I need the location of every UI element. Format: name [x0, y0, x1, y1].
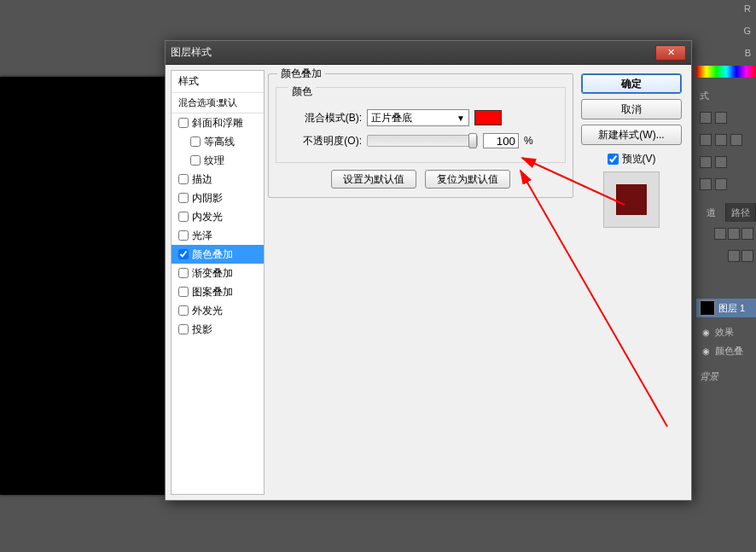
tool-icon[interactable] — [741, 250, 753, 262]
style-item[interactable]: 斜面和浮雕 — [172, 113, 264, 132]
style-item[interactable]: 等高线 — [172, 132, 264, 151]
style-checkbox[interactable] — [178, 174, 189, 184]
color-subgroup: 颜色 混合模式(B): 正片叠底 ▼ 不透明度(O): — [276, 87, 566, 163]
panel-iconrow — [696, 247, 756, 264]
set-default-button[interactable]: 设置为默认值 — [331, 170, 416, 189]
style-checkbox[interactable] — [178, 230, 189, 241]
dialog-title: 图层样式 — [171, 45, 655, 60]
tool-icon[interactable] — [715, 178, 727, 190]
slider-thumb[interactable] — [468, 133, 477, 148]
blend-options-default[interactable]: 混合选项:默认 — [172, 93, 264, 113]
ok-button[interactable]: 确定 — [581, 73, 682, 94]
style-item[interactable]: 投影 — [172, 320, 264, 339]
style-item[interactable]: 图案叠加 — [172, 282, 264, 301]
blend-mode-label: 混合模式(B): — [283, 111, 362, 125]
style-label: 外发光 — [192, 304, 223, 318]
chevron-down-icon: ▼ — [457, 113, 465, 123]
opacity-unit: % — [524, 135, 533, 147]
tool-icon[interactable] — [728, 228, 740, 240]
layer-style-dialog: 图层样式 ✕ 样式 混合选项:默认 斜面和浮雕等高线纹理描边内阴影内发光光泽颜色… — [165, 40, 692, 501]
close-button[interactable]: ✕ — [655, 45, 686, 61]
new-style-button[interactable]: 新建样式(W)... — [581, 125, 682, 145]
style-item[interactable]: 纹理 — [172, 151, 264, 170]
tool-icon[interactable] — [700, 178, 712, 190]
close-icon: ✕ — [667, 47, 675, 58]
preview-checkbox[interactable] — [608, 154, 619, 165]
style-label: 投影 — [192, 322, 212, 337]
effect-label: 颜色叠 — [715, 345, 743, 357]
blend-mode-dropdown[interactable]: 正片叠底 ▼ — [367, 109, 469, 126]
style-item[interactable]: 渐变叠加 — [172, 264, 264, 282]
style-label: 等高线 — [204, 135, 235, 149]
style-checkbox[interactable] — [178, 287, 189, 297]
tool-icon[interactable] — [700, 156, 712, 168]
style-checkbox[interactable] — [178, 249, 189, 259]
group-legend: 颜色叠加 — [277, 67, 325, 81]
tool-icon[interactable] — [715, 134, 727, 146]
style-item[interactable]: 描边 — [172, 170, 264, 189]
layer-effect-item[interactable]: 颜色叠 — [696, 341, 756, 360]
style-label: 渐变叠加 — [192, 266, 233, 281]
dialog-actions: 确定 取消 新建样式(W)... 预览(V) — [577, 70, 686, 495]
layer-row-selected[interactable]: 图层 1 — [696, 299, 756, 317]
style-checkbox[interactable] — [178, 118, 189, 128]
style-label: 光泽 — [192, 229, 212, 243]
default-buttons-row: 设置为默认值 复位为默认值 — [269, 170, 573, 189]
style-checkbox[interactable] — [178, 268, 189, 278]
style-checkbox[interactable] — [190, 155, 201, 166]
tool-icon[interactable] — [715, 112, 727, 124]
blend-mode-row: 混合模式(B): 正片叠底 ▼ — [283, 109, 558, 126]
opacity-slider[interactable] — [367, 135, 478, 147]
style-item[interactable]: 内发光 — [172, 207, 264, 226]
style-item[interactable]: 颜色叠加 — [172, 245, 264, 264]
tool-icon[interactable] — [728, 250, 740, 262]
tool-icon[interactable] — [715, 156, 727, 168]
tab-channels[interactable]: 道 — [696, 203, 726, 222]
dialog-titlebar[interactable]: 图层样式 ✕ — [166, 41, 691, 65]
visibility-icon[interactable] — [700, 326, 712, 338]
style-checkbox[interactable] — [178, 193, 189, 203]
style-label: 描边 — [192, 172, 212, 187]
style-label: 图案叠加 — [192, 285, 233, 299]
layer-background[interactable]: 背景 — [696, 367, 756, 386]
panel-styles-tab[interactable]: 式 — [696, 85, 756, 106]
style-label: 斜面和浮雕 — [192, 116, 243, 131]
style-checkbox[interactable] — [190, 137, 201, 147]
overlay-color-swatch[interactable] — [474, 110, 502, 125]
tool-icon[interactable] — [741, 228, 753, 240]
tool-icon[interactable] — [700, 112, 712, 124]
channel-g: G — [743, 26, 751, 36]
panel-row-icons — [696, 174, 756, 195]
cancel-button[interactable]: 取消 — [581, 99, 682, 119]
effects-label: 效果 — [715, 326, 734, 339]
layer-effects-row[interactable]: 效果 — [696, 322, 756, 341]
opacity-input[interactable] — [483, 133, 519, 148]
preview-checkbox-row[interactable]: 预览(V) — [608, 152, 656, 166]
preview-label: 预览(V) — [622, 152, 656, 166]
style-label: 颜色叠加 — [192, 247, 233, 262]
panel-row-icons — [696, 152, 756, 172]
channel-b: B — [745, 48, 751, 58]
style-item[interactable]: 外发光 — [172, 301, 264, 320]
tool-icon[interactable] — [714, 228, 726, 240]
preview-swatch — [616, 184, 647, 215]
reset-default-button[interactable]: 复位为默认值 — [425, 170, 510, 189]
blend-mode-value: 正片叠底 — [371, 111, 412, 125]
style-checkbox[interactable] — [178, 305, 189, 316]
style-item[interactable]: 光泽 — [172, 226, 264, 245]
visibility-icon[interactable] — [700, 345, 712, 357]
opacity-row: 不透明度(O): % — [283, 133, 558, 148]
style-item[interactable]: 内阴影 — [172, 189, 264, 207]
panel-iconrow — [696, 225, 756, 242]
style-checkbox[interactable] — [178, 324, 189, 334]
right-panel-strip: R G B 式 道 路径 图层 1 效果 颜色叠 背景 — [696, 0, 756, 552]
color-spectrum[interactable] — [696, 66, 756, 78]
tool-icon[interactable] — [700, 134, 712, 146]
tab-paths[interactable]: 路径 — [726, 203, 756, 222]
opacity-label: 不透明度(O): — [283, 134, 362, 148]
tool-icon[interactable] — [730, 134, 742, 146]
panel-row-icons — [696, 107, 756, 128]
subgroup-legend: 颜色 — [288, 84, 316, 99]
style-checkbox[interactable] — [178, 212, 189, 222]
styles-header[interactable]: 样式 — [172, 71, 264, 93]
